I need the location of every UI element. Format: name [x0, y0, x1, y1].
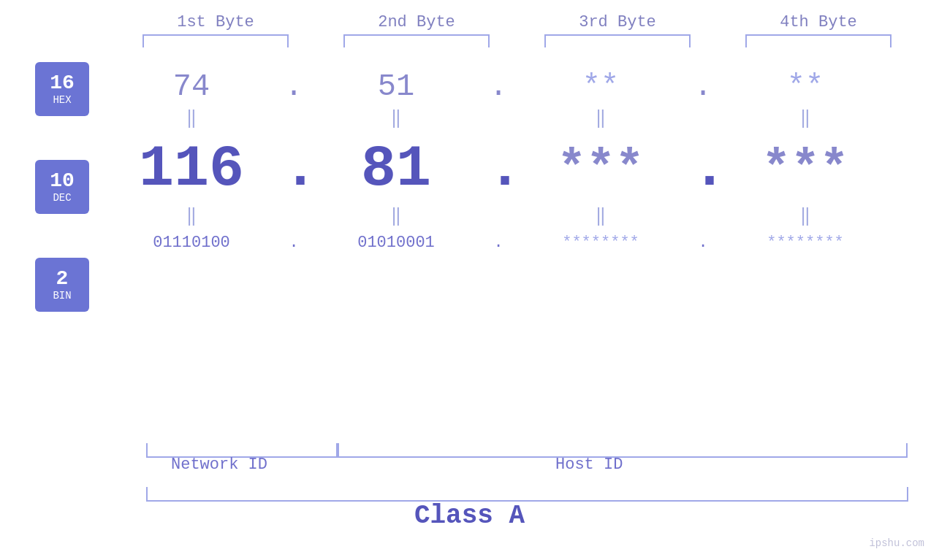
hex-b2: 51: [312, 69, 480, 104]
rows-col: 74 . 51 . ** . **: [104, 55, 939, 252]
hex-b4: **: [721, 69, 889, 104]
watermark: ipshu.com: [869, 537, 924, 549]
eq2-b4: ‖: [721, 205, 889, 226]
hex-dot3: .: [692, 69, 714, 104]
byte4-header: 4th Byte: [734, 13, 902, 31]
bin-b1: 01110100: [107, 234, 275, 252]
content-area: 16 HEX 10 DEC 2 BIN 74 .: [0, 55, 939, 312]
class-bracket: [146, 487, 908, 502]
badge-hex: 16 HEX: [35, 62, 89, 116]
dec-b2: 81: [312, 136, 480, 202]
badge-bin: 2 BIN: [35, 258, 89, 312]
dec-dot2: .: [487, 136, 509, 202]
badge-hex-num: 16: [50, 72, 75, 95]
badge-dec: 10 DEC: [35, 160, 89, 214]
bin-b4: ********: [721, 234, 889, 252]
eq2-b2: ‖: [312, 205, 480, 226]
byte-headers: 1st Byte 2nd Byte 3rd Byte 4th Byte: [115, 13, 919, 31]
hex-b3: **: [517, 69, 685, 104]
hex-row: 74 . 51 . ** . **: [104, 69, 893, 104]
badge-hex-label: HEX: [53, 94, 71, 106]
badge-bin-label: BIN: [53, 290, 71, 302]
network-id-label: Network ID: [171, 456, 267, 474]
dec-b1: 116: [107, 136, 275, 202]
class-label: Class A: [0, 501, 939, 531]
badges-col: 16 HEX 10 DEC 2 BIN: [35, 62, 89, 312]
host-id-label: Host ID: [555, 456, 623, 474]
eq-row-2: ‖ ‖ ‖ ‖: [104, 205, 893, 226]
dec-b3: ***: [517, 142, 685, 196]
byte1-header: 1st Byte: [132, 13, 300, 31]
eq1-b3: ‖: [517, 107, 685, 129]
eq1-b4: ‖: [721, 107, 889, 129]
bracket-byte3: [544, 34, 691, 47]
badge-dec-num: 10: [50, 170, 75, 193]
bin-b3: ********: [517, 234, 685, 252]
hex-b1: 74: [107, 69, 275, 104]
eq1-b2: ‖: [312, 107, 480, 129]
badge-dec-label: DEC: [53, 192, 71, 204]
main-container: 1st Byte 2nd Byte 3rd Byte 4th Byte 16 H…: [0, 0, 939, 560]
bin-dot3: .: [692, 234, 714, 252]
top-brackets: [115, 34, 919, 47]
badge-bin-num: 2: [56, 268, 69, 291]
bin-dot2: .: [487, 234, 509, 252]
bin-row: 01110100 . 01010001 . ******** .: [104, 234, 893, 252]
eq2-b1: ‖: [107, 205, 275, 226]
eq2-b3: ‖: [517, 205, 685, 226]
byte3-header: 3rd Byte: [533, 13, 702, 31]
bracket-byte1: [142, 34, 289, 47]
dec-b4: ***: [721, 142, 889, 196]
dec-dot1: .: [283, 136, 305, 202]
dec-dot3: .: [692, 136, 714, 202]
hex-dot2: .: [487, 69, 509, 104]
bracket-byte4: [745, 34, 892, 47]
bin-dot1: .: [283, 234, 305, 252]
bracket-byte2: [343, 34, 490, 47]
eq1-b1: ‖: [107, 107, 275, 129]
dec-row: 116 . 81 . *** . ***: [104, 136, 893, 202]
byte2-header: 2nd Byte: [332, 13, 501, 31]
eq-row-1: ‖ ‖ ‖ ‖: [104, 107, 893, 129]
bin-b2: 01010001: [312, 234, 480, 252]
hex-dot1: .: [283, 69, 305, 104]
